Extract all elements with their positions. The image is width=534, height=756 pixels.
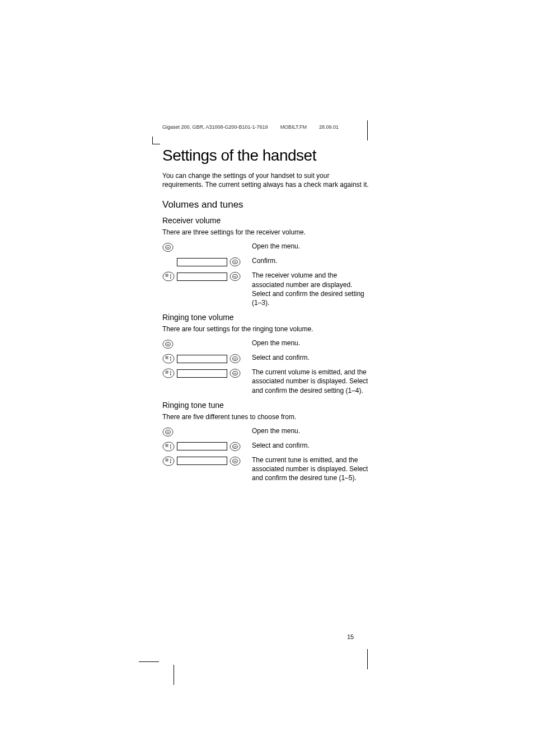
subsection-heading: Ringing tone volume [162, 313, 369, 322]
step-icons: OK [162, 426, 252, 438]
step-row: OK The receiver volume and the associate… [162, 271, 369, 307]
step-text: Open the menu. [252, 339, 369, 348]
svg-rect-54 [166, 459, 167, 460]
ok-icon: OK [229, 456, 241, 467]
svg-rect-57 [167, 460, 168, 461]
svg-point-42 [163, 442, 174, 451]
svg-rect-9 [167, 275, 168, 275]
intro-text: You can change the settings of your hand… [162, 171, 369, 189]
svg-rect-45 [167, 445, 168, 445]
ok-icon: OK [229, 256, 241, 267]
step-row: OK Select and confirm. [162, 353, 369, 364]
svg-rect-56 [166, 460, 167, 461]
ok-icon: OK [229, 441, 241, 452]
svg-rect-8 [166, 275, 167, 275]
svg-text:OK: OK [233, 275, 237, 278]
step-icons: OK [162, 456, 252, 467]
step-icons: OK [162, 353, 252, 364]
nav-icon [162, 441, 175, 452]
svg-rect-43 [166, 444, 168, 447]
step-row: OK Open the menu. [162, 242, 369, 253]
svg-point-19 [163, 354, 174, 363]
svg-rect-24 [167, 358, 168, 359]
svg-rect-53 [166, 459, 168, 461]
step-text: Confirm. [252, 256, 369, 265]
svg-text:OK: OK [233, 460, 237, 463]
svg-rect-55 [167, 459, 168, 460]
crop-mark [367, 649, 368, 669]
crop-mark [139, 661, 159, 662]
step-row: OK The current tune is emitted, and the … [162, 456, 369, 483]
nav-icon [162, 271, 175, 282]
document-header: Gigaset 200, GBR, A31008-G200-B101-1-761… [162, 124, 369, 130]
svg-point-29 [163, 369, 174, 378]
svg-text:OK: OK [233, 261, 237, 264]
svg-point-52 [163, 457, 174, 466]
svg-rect-31 [166, 372, 167, 372]
step-row: OK Confirm. [162, 256, 369, 267]
svg-rect-11 [167, 276, 168, 276]
display-slot [177, 442, 227, 450]
step-text: Select and confirm. [252, 441, 369, 450]
svg-point-6 [163, 272, 174, 281]
crop-mark [174, 665, 174, 685]
crop-mark [152, 137, 160, 144]
ok-icon: OK [162, 242, 174, 253]
doc-date: 28.09.01 [319, 124, 339, 130]
step-text: The current tune is emitted, and the ass… [252, 456, 369, 483]
svg-rect-7 [166, 274, 168, 276]
nav-icon [162, 368, 175, 379]
step-icons: OK [162, 271, 252, 282]
page-number: 15 [347, 633, 354, 640]
svg-rect-20 [166, 356, 168, 359]
svg-rect-47 [167, 445, 168, 446]
ok-icon: OK [162, 426, 174, 438]
svg-text:OK: OK [233, 358, 237, 360]
display-slot [177, 355, 227, 363]
step-row: OK Open the menu. [162, 339, 369, 350]
svg-rect-32 [167, 372, 168, 372]
step-text: The current volume is emitted, and the a… [252, 368, 369, 395]
svg-text:OK: OK [166, 431, 170, 434]
step-text: Open the menu. [252, 426, 369, 435]
page-title: Settings of the handset [162, 147, 369, 165]
svg-rect-46 [166, 445, 167, 446]
doc-id: Gigaset 200, GBR, A31008-G200-B101-1-761… [162, 124, 268, 130]
step-row: OK Select and confirm. [162, 441, 369, 452]
step-icons: OK [162, 441, 252, 452]
subsection-heading: Ringing tone tune [162, 401, 369, 410]
svg-text:OK: OK [166, 343, 170, 346]
step-icons: OK [162, 368, 252, 379]
step-text: The receiver volume and the associated n… [252, 271, 369, 307]
svg-rect-30 [166, 371, 168, 373]
ok-icon: OK [229, 368, 241, 379]
svg-rect-22 [167, 357, 168, 358]
subsection-intro: There are three settings for the receive… [162, 228, 369, 236]
subsection-intro: There are five different tunes to choose… [162, 413, 369, 421]
ok-icon: OK [229, 353, 241, 364]
step-row: OK The current volume is emitted, and th… [162, 368, 369, 395]
step-text: Select and confirm. [252, 353, 369, 362]
step-icons: OK [162, 256, 252, 267]
svg-text:OK: OK [166, 246, 170, 249]
display-slot [177, 457, 227, 465]
display-slot [177, 273, 227, 281]
svg-rect-33 [166, 373, 167, 373]
nav-icon [162, 456, 175, 467]
svg-rect-23 [166, 358, 167, 359]
step-text: Open the menu. [252, 242, 369, 251]
nav-icon [162, 353, 175, 364]
subsection-intro: There are four settings for the ringing … [162, 325, 369, 333]
svg-text:OK: OK [233, 445, 237, 448]
step-icons: OK [162, 339, 252, 350]
subsection-heading: Receiver volume [162, 216, 369, 225]
ok-icon: OK [229, 271, 241, 282]
step-row: OK Open the menu. [162, 426, 369, 438]
svg-rect-10 [166, 276, 167, 276]
display-slot [177, 258, 227, 266]
step-icons: OK [162, 242, 252, 253]
svg-rect-34 [167, 373, 168, 373]
svg-rect-21 [166, 357, 167, 358]
display-slot [177, 369, 227, 378]
ok-icon: OK [162, 339, 174, 350]
